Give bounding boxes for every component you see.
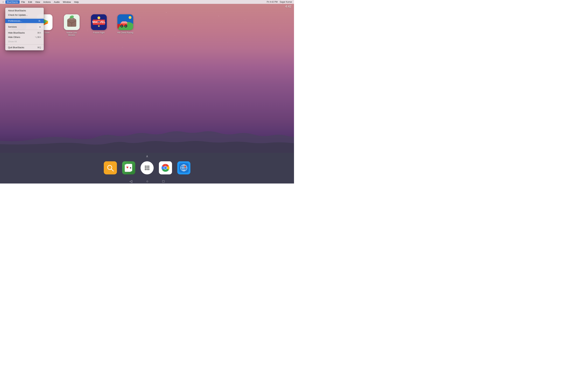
preferences-shortcut: ⌘, bbox=[38, 20, 41, 22]
menu-bar-right: Fri 4:42 PM Sagar Kumar bbox=[266, 1, 293, 3]
actions-menu[interactable]: Actions bbox=[42, 0, 52, 4]
separator-1 bbox=[5, 18, 44, 18]
desktop: 4:42 bbox=[0, 4, 294, 184]
hide-others-shortcut: ⌥⌘H bbox=[35, 36, 41, 38]
menubar-user: Sagar Kumar bbox=[279, 1, 293, 3]
hide-bluestacks-label: Hide BlueStacks bbox=[8, 32, 25, 34]
show-all-label: Show All bbox=[8, 40, 17, 43]
quit-bluestacks-item[interactable]: Quit BlueStacks ⌘Q bbox=[5, 45, 44, 50]
services-item[interactable]: Services ▶ bbox=[5, 25, 44, 29]
help-menu[interactable]: Help bbox=[73, 0, 80, 4]
preferences-item[interactable]: Preferences... ⌘, bbox=[5, 19, 44, 23]
dropdown-overlay: About BlueStacks Check for Update... Pre… bbox=[0, 8, 294, 184]
bluestacks-menu[interactable]: BlueStacks bbox=[5, 0, 20, 4]
window-menu[interactable]: Window bbox=[61, 0, 72, 4]
about-bluestacks-label: About BlueStacks bbox=[8, 9, 26, 12]
separator-3 bbox=[5, 30, 44, 30]
hide-bluestacks-item[interactable]: Hide BlueStacks ⌘H bbox=[5, 31, 44, 35]
separator-2 bbox=[5, 24, 44, 24]
preferences-label: Preferences... bbox=[8, 20, 22, 22]
services-label: Services bbox=[8, 25, 17, 28]
menu-bar-left:  BlueStacks File Edit View Actions Audi… bbox=[1, 0, 80, 4]
about-bluestacks-item[interactable]: About BlueStacks bbox=[5, 8, 44, 13]
view-menu[interactable]: View bbox=[34, 0, 42, 4]
audio-menu[interactable]: Audio bbox=[52, 0, 61, 4]
menubar-time: Fri 4:42 PM bbox=[266, 1, 278, 3]
mac-menu-bar:  BlueStacks File Edit View Actions Audi… bbox=[0, 0, 294, 4]
check-update-item[interactable]: Check for Update... bbox=[5, 13, 44, 17]
check-update-label: Check for Update... bbox=[8, 14, 28, 16]
services-arrow: ▶ bbox=[40, 26, 41, 28]
apple-logo[interactable]:  bbox=[1, 0, 5, 4]
separator-4 bbox=[5, 44, 44, 45]
edit-menu[interactable]: Edit bbox=[27, 0, 34, 4]
bluestacks-dropdown-menu: About BlueStacks Check for Update... Pre… bbox=[5, 8, 44, 50]
quit-bluestacks-shortcut: ⌘Q bbox=[37, 46, 41, 49]
hide-others-item[interactable]: Hide Others ⌥⌘H bbox=[5, 35, 44, 39]
quit-bluestacks-label: Quit BlueStacks bbox=[8, 46, 24, 49]
hide-bluestacks-shortcut: ⌘H bbox=[37, 32, 41, 34]
file-menu[interactable]: File bbox=[20, 0, 26, 4]
show-all-item: Show All bbox=[5, 39, 44, 44]
hide-others-label: Hide Others bbox=[8, 36, 20, 38]
